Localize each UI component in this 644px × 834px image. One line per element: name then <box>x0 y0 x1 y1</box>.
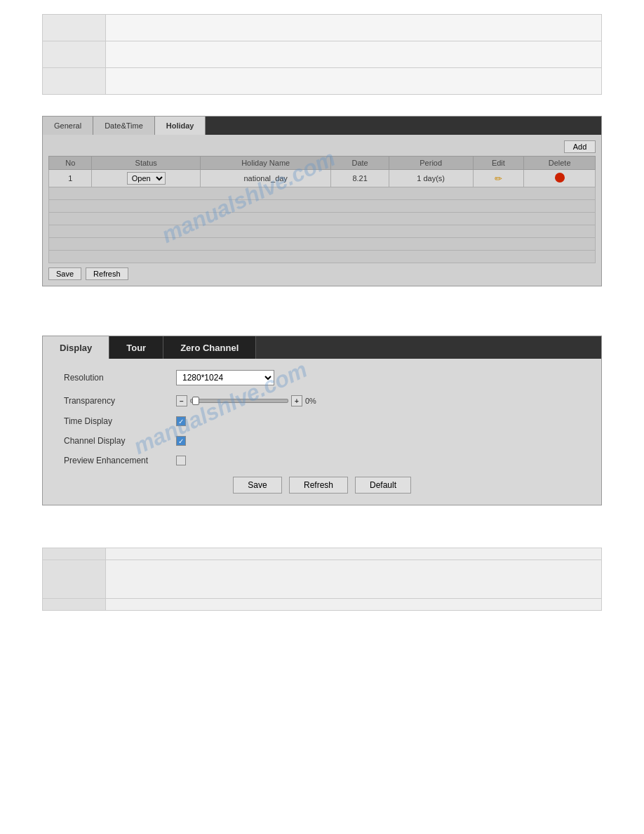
channel-display-label: Channel Display <box>64 436 176 446</box>
resolution-select[interactable]: 1280*1024 1920*1080 1024*768 800*600 <box>176 370 274 385</box>
col-period: Period <box>389 157 473 170</box>
cell-date: 8.21 <box>331 170 389 187</box>
holiday-table: No Status Holiday Name Date Period Edit … <box>48 156 596 263</box>
empty-cell <box>49 200 596 213</box>
top-table-label-1 <box>43 15 106 41</box>
bottom-label-2 <box>43 560 106 599</box>
table-row-empty <box>49 251 596 263</box>
empty-cell <box>49 251 596 263</box>
col-date: Date <box>331 157 389 170</box>
empty-cell <box>49 225 596 238</box>
channel-display-control: ✓ <box>176 436 186 446</box>
top-table <box>42 14 602 95</box>
bottom-value-1 <box>106 548 602 560</box>
refresh-button[interactable]: Refresh <box>86 267 128 280</box>
save-button[interactable]: Save <box>48 267 81 280</box>
table-header-row: No Status Holiday Name Date Period Edit … <box>49 157 596 170</box>
table-row <box>43 41 602 68</box>
time-display-control: ✓ <box>176 416 186 426</box>
table-row-empty <box>49 200 596 213</box>
tab-zero-channel[interactable]: Zero Channel <box>163 336 256 359</box>
bottom-value-2 <box>106 560 602 599</box>
refresh-button[interactable]: Refresh <box>289 477 348 494</box>
display-panel: manualshlve.com Display Tour Zero Channe… <box>42 336 602 505</box>
tab-display[interactable]: Display <box>43 336 109 359</box>
tab-tour[interactable]: Tour <box>109 336 163 359</box>
top-table-label-2 <box>43 41 106 68</box>
edit-icon[interactable]: ✏ <box>493 173 503 183</box>
col-no: No <box>49 157 92 170</box>
col-status: Status <box>92 157 200 170</box>
tab-datetime[interactable]: Date&Time <box>93 117 155 135</box>
slider-thumb <box>192 397 199 405</box>
cell-edit[interactable]: ✏ <box>473 170 524 187</box>
time-display-row: Time Display ✓ <box>64 416 580 426</box>
table-row-empty <box>49 213 596 225</box>
display-tab-bar: Display Tour Zero Channel <box>43 336 601 359</box>
top-table-value-2 <box>106 41 602 68</box>
slider-decrease-btn[interactable]: − <box>176 395 187 406</box>
table-row: 1 Open Close national_day 8.21 1 day(s) … <box>49 170 596 187</box>
bottom-label-1 <box>43 548 106 560</box>
empty-cell <box>49 238 596 251</box>
channel-display-row: Channel Display ✓ <box>64 436 580 446</box>
table-row <box>43 15 602 41</box>
holiday-tab-bar: General Date&Time Holiday <box>43 117 601 135</box>
default-button[interactable]: Default <box>355 477 411 494</box>
checkmark-icon: ✓ <box>178 418 184 425</box>
bottom-label-3 <box>43 599 106 611</box>
slider-increase-btn[interactable]: + <box>291 395 302 406</box>
delete-icon[interactable] <box>555 173 565 183</box>
tab-holiday[interactable]: Holiday <box>155 117 206 135</box>
transparency-label: Transparency <box>64 396 176 406</box>
table-row <box>43 599 602 611</box>
time-display-checkbox[interactable]: ✓ <box>176 416 186 426</box>
preview-enhancement-control <box>176 456 186 465</box>
resolution-control: 1280*1024 1920*1080 1024*768 800*600 <box>176 370 274 385</box>
cell-period: 1 day(s) <box>389 170 473 187</box>
tab-general[interactable]: General <box>43 117 93 135</box>
empty-cell <box>49 187 596 200</box>
col-delete: Delete <box>524 157 596 170</box>
transparency-row: Transparency − + 0% <box>64 395 580 406</box>
channel-display-checkbox[interactable]: ✓ <box>176 436 186 446</box>
cell-delete[interactable] <box>524 170 596 187</box>
holiday-footer-buttons: Save Refresh <box>48 267 596 280</box>
display-body: Resolution 1280*1024 1920*1080 1024*768 … <box>43 359 601 505</box>
transparency-control: − + 0% <box>176 395 316 406</box>
table-row-empty <box>49 187 596 200</box>
top-table-label-3 <box>43 68 106 95</box>
table-row-empty <box>49 225 596 238</box>
table-row <box>43 560 602 599</box>
resolution-label: Resolution <box>64 373 176 383</box>
bottom-table <box>42 548 602 611</box>
table-row <box>43 548 602 560</box>
display-footer-buttons: Save Refresh Default <box>64 477 580 494</box>
holiday-panel-body: Add No Status Holiday Name Date Period E… <box>43 135 601 286</box>
col-edit: Edit <box>473 157 524 170</box>
add-btn-row: Add <box>48 140 596 153</box>
add-button[interactable]: Add <box>564 140 596 153</box>
preview-enhancement-label: Preview Enhancement <box>64 456 176 465</box>
empty-cell <box>49 213 596 225</box>
holiday-table-body: 1 Open Close national_day 8.21 1 day(s) … <box>49 170 596 263</box>
time-display-label: Time Display <box>64 416 176 426</box>
bottom-value-3 <box>106 599 602 611</box>
preview-enhancement-checkbox[interactable] <box>176 456 186 465</box>
checkmark-icon: ✓ <box>178 437 184 445</box>
col-holiday-name: Holiday Name <box>200 157 330 170</box>
top-table-value-1 <box>106 15 602 41</box>
cell-holiday-name: national_day <box>200 170 330 187</box>
resolution-row: Resolution 1280*1024 1920*1080 1024*768 … <box>64 370 580 385</box>
preview-enhancement-row: Preview Enhancement <box>64 456 580 465</box>
status-select[interactable]: Open Close <box>127 172 166 185</box>
cell-status[interactable]: Open Close <box>92 170 200 187</box>
transparency-value: 0% <box>305 397 316 405</box>
table-row-empty <box>49 238 596 251</box>
holiday-panel: manualshlve.com General Date&Time Holida… <box>42 116 602 286</box>
top-table-value-3 <box>106 68 602 95</box>
cell-no: 1 <box>49 170 92 187</box>
table-row <box>43 68 602 95</box>
slider-track[interactable] <box>190 399 288 403</box>
save-button[interactable]: Save <box>233 477 282 494</box>
